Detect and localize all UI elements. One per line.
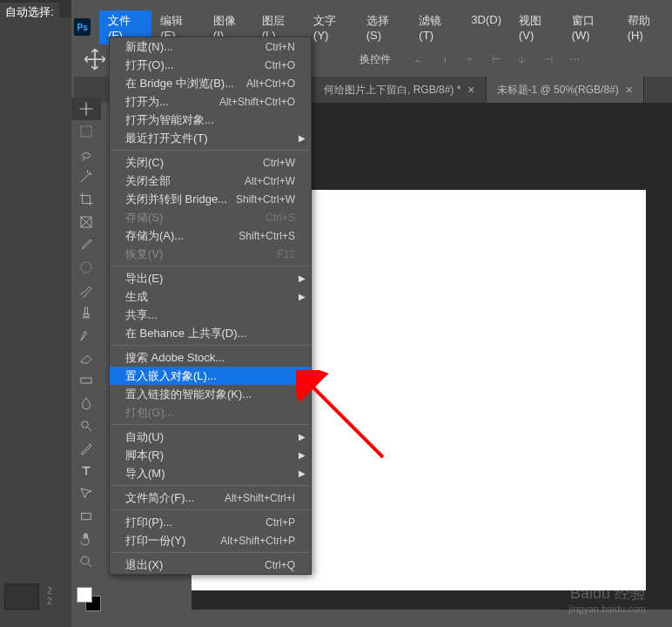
menu-item[interactable]: 文件简介(F)...Alt+Shift+Ctrl+I <box>110 489 311 507</box>
menu-item[interactable]: 置入嵌入对象(L)... <box>110 367 311 385</box>
menu-item-label: 最近打开文件(T) <box>125 131 208 146</box>
rect-tool[interactable] <box>71 505 101 528</box>
menu-item[interactable]: 打开为智能对象... <box>110 111 311 129</box>
document-tab[interactable]: 何给图片上下留白, RGB/8#) *× <box>313 77 487 103</box>
watermark-sub: jingyan.baidu.com <box>568 603 646 614</box>
marquee-tool[interactable] <box>71 120 101 143</box>
align-right-icon[interactable]: ⊣ <box>539 51 558 67</box>
menu-item[interactable]: 共享... <box>110 306 311 324</box>
eraser-tool[interactable] <box>71 347 101 369</box>
menu-item-label: 自动(U) <box>125 429 164 445</box>
menu-shortcut: Ctrl+S <box>265 212 295 224</box>
menu-shortcut: Shift+Ctrl+S <box>239 230 295 242</box>
menu-item[interactable]: 关闭并转到 Bridge...Shift+Ctrl+W <box>110 190 311 208</box>
align-vcenter-icon[interactable]: ⫞ <box>434 51 454 67</box>
hand-tool[interactable] <box>71 528 101 550</box>
document-tab[interactable]: 未标题-1 @ 50%(RGB/8#)× <box>487 77 644 103</box>
menu-shortcut: Shift+Ctrl+W <box>236 193 295 206</box>
menu-item-label: 打开为... <box>125 94 169 110</box>
crop-tool[interactable] <box>71 188 101 211</box>
menu-item[interactable]: 关闭(C)Ctrl+W <box>110 153 311 172</box>
submenu-arrow-icon: ▶ <box>299 432 306 442</box>
lasso-tool[interactable] <box>71 143 101 165</box>
frame-tool[interactable] <box>71 211 101 233</box>
type-tool[interactable] <box>71 460 101 482</box>
watermark: Baidu 经验 jingyan.baidu.com <box>568 583 646 614</box>
menu-item[interactable]: 搜索 Adobe Stock... <box>110 348 311 367</box>
menu-item[interactable]: 打印(P)...Ctrl+P <box>110 513 311 531</box>
menu-item[interactable]: 打开为...Alt+Shift+Ctrl+O <box>110 92 311 111</box>
foreground-color[interactable] <box>77 587 92 603</box>
svg-point-4 <box>82 421 89 428</box>
menu-shortcut: Ctrl+Q <box>265 559 295 571</box>
menu-shortcut: Alt+Ctrl+W <box>245 175 295 187</box>
menu-item-label: 打印一份(Y) <box>125 533 185 549</box>
blur-tool[interactable] <box>71 392 101 415</box>
brush-tool[interactable] <box>71 279 101 301</box>
menu-item[interactable]: 新建(N)...Ctrl+N <box>110 37 311 56</box>
menu-item[interactable]: 在 Bridge 中浏览(B)...Alt+Ctrl+O <box>110 74 311 92</box>
menu-item[interactable]: 导入(M)▶ <box>110 464 311 482</box>
gradient-tool[interactable] <box>71 369 101 392</box>
menu-item[interactable]: 关闭全部Alt+Ctrl+W <box>110 172 311 190</box>
menu-shortcut: Ctrl+N <box>265 41 295 53</box>
align-bottom-icon[interactable]: ⫟ <box>460 51 480 67</box>
distribute-icon[interactable]: ⋯ <box>565 51 584 67</box>
menu-item-label: 导出(E) <box>125 271 163 287</box>
pen-tool[interactable] <box>71 437 101 460</box>
menu-item[interactable]: 导出(E)▶ <box>110 269 311 287</box>
path-tool[interactable] <box>71 482 101 505</box>
menu-3d[interactable]: 3D(D) <box>462 10 510 44</box>
menu-item-label: 置入链接的智能对象(K)... <box>125 387 252 402</box>
move-tool[interactable] <box>71 98 101 120</box>
menu-item: 打包(G)... <box>110 403 311 421</box>
stamp-tool[interactable] <box>71 301 101 324</box>
tab-label: 何给图片上下留白, RGB/8#) * <box>324 83 460 98</box>
menu-item[interactable]: 打开(O)...Ctrl+O <box>110 56 311 74</box>
align-top-icon[interactable]: ⫠ <box>408 51 427 67</box>
menu-item[interactable]: 生成▶ <box>110 287 311 306</box>
menu-帮助[interactable]: 帮助(H) <box>619 10 672 44</box>
eyedropper-tool[interactable] <box>71 233 101 256</box>
align-hcenter-icon[interactable]: ⫝ <box>513 51 532 67</box>
heal-tool[interactable] <box>71 256 101 279</box>
file-menu-dropdown: 新建(N)...Ctrl+N打开(O)...Ctrl+O在 Bridge 中浏览… <box>109 37 312 575</box>
menu-选择[interactable]: 选择(S) <box>358 10 411 44</box>
menu-滤镜[interactable]: 滤镜(T) <box>410 10 462 44</box>
zoom-tool[interactable] <box>71 550 101 573</box>
history-tool[interactable] <box>71 324 101 347</box>
align-left-icon[interactable]: ⊢ <box>487 51 506 67</box>
menubar: Ps 文件(F)编辑(E)图像(I)图层(L)文字(Y)选择(S)滤镜(T)3D… <box>74 17 672 37</box>
close-icon[interactable]: × <box>467 83 474 97</box>
submenu-arrow-icon: ▶ <box>299 133 306 143</box>
menu-item[interactable]: 打印一份(Y)Alt+Shift+Ctrl+P <box>110 531 311 549</box>
menu-item-label: 打包(G)... <box>125 405 174 421</box>
dodge-tool[interactable] <box>71 415 101 437</box>
thumbnail <box>4 583 39 610</box>
submenu-arrow-icon: ▶ <box>299 450 306 460</box>
close-icon[interactable]: × <box>626 83 633 97</box>
color-swatches[interactable] <box>77 587 101 611</box>
menu-item[interactable]: 脚本(R)▶ <box>110 446 311 464</box>
menu-item[interactable]: 最近打开文件(T)▶ <box>110 129 311 147</box>
menu-item[interactable]: 在 Behance 上共享(D)... <box>110 324 311 342</box>
menu-shortcut: Ctrl+P <box>265 516 295 529</box>
menu-视图[interactable]: 视图(V) <box>510 10 563 44</box>
menu-item[interactable]: 存储为(A)...Shift+Ctrl+S <box>110 226 311 245</box>
watermark-main: Baidu 经验 <box>568 583 646 603</box>
menu-item-label: 存储为(A)... <box>125 228 184 244</box>
menu-item-label: 打印(P)... <box>125 515 172 530</box>
svg-point-6 <box>81 556 89 564</box>
menu-文字[interactable]: 文字(Y) <box>305 10 358 44</box>
menu-item-label: 脚本(R) <box>125 448 164 463</box>
menu-item[interactable]: 退出(X)Ctrl+Q <box>110 556 311 574</box>
transform-controls-label: 换控件 <box>360 52 391 67</box>
menu-窗口[interactable]: 窗口(W) <box>563 10 619 44</box>
menu-item-label: 打开(O)... <box>125 57 174 73</box>
menu-item[interactable]: 置入链接的智能对象(K)... <box>110 385 311 403</box>
menu-item-label: 共享... <box>125 307 158 323</box>
photoshop-logo-icon: Ps <box>74 18 91 36</box>
menu-item-label: 文件简介(F)... <box>125 490 194 506</box>
menu-item[interactable]: 自动(U)▶ <box>110 428 311 446</box>
wand-tool[interactable] <box>71 165 101 188</box>
